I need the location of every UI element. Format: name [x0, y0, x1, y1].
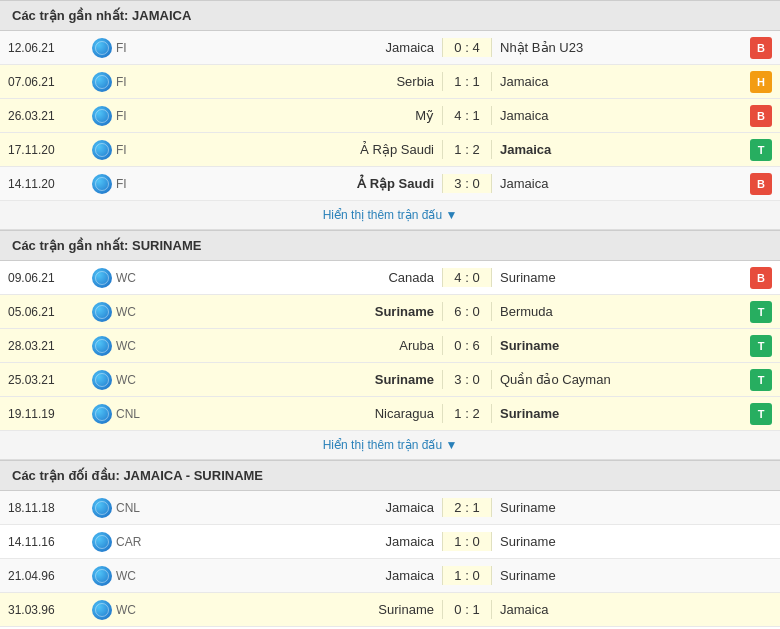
match-away-wrap: BermudaT [492, 301, 772, 323]
match-league: CNL [116, 501, 154, 515]
match-away-team: Suriname [492, 270, 744, 285]
result-badge: T [750, 403, 772, 425]
match-home-team: Ả Rập Saudi [154, 142, 442, 157]
globe-icon [88, 532, 116, 552]
match-row: 14.11.16CARJamaica1 : 0Suriname [0, 525, 780, 559]
match-row: 18.11.18CNLJamaica2 : 1Suriname [0, 491, 780, 525]
match-home-team: Suriname [154, 602, 442, 617]
result-badge: B [750, 173, 772, 195]
match-away-wrap: SurinameT [492, 335, 772, 357]
match-home-team: Aruba [154, 338, 442, 353]
match-date: 17.11.20 [8, 143, 88, 157]
match-row: 09.06.21WCCanada4 : 0SurinameB [0, 261, 780, 295]
match-away-team: Jamaica [492, 142, 744, 157]
match-row: 05.06.21WCSuriname6 : 0BermudaT [0, 295, 780, 329]
match-date: 07.06.21 [8, 75, 88, 89]
match-date: 09.06.21 [8, 271, 88, 285]
match-away-team: Jamaica [492, 108, 744, 123]
match-league: FI [116, 75, 154, 89]
match-away-wrap: Suriname [492, 568, 772, 583]
match-score: 4 : 0 [442, 268, 492, 287]
match-home-team: Suriname [154, 372, 442, 387]
globe-icon [88, 72, 116, 92]
match-away-wrap: Jamaica [492, 602, 772, 617]
show-more-button[interactable]: Hiển thị thêm trận đấu ▼ [0, 431, 780, 460]
match-away-team: Jamaica [492, 176, 744, 191]
match-score: 3 : 0 [442, 174, 492, 193]
match-home-team: Canada [154, 270, 442, 285]
match-home-team: Jamaica [154, 568, 442, 583]
match-date: 25.03.21 [8, 373, 88, 387]
globe-icon [88, 38, 116, 58]
match-row: 21.04.96WCJamaica1 : 0Suriname [0, 559, 780, 593]
globe-icon [88, 106, 116, 126]
match-away-team: Suriname [492, 500, 772, 515]
match-away-team: Suriname [492, 406, 744, 421]
match-league: WC [116, 305, 154, 319]
result-badge: B [750, 105, 772, 127]
match-away-wrap: JamaicaH [492, 71, 772, 93]
match-league: CAR [116, 535, 154, 549]
result-badge: T [750, 301, 772, 323]
globe-icon [88, 174, 116, 194]
match-score: 1 : 1 [442, 72, 492, 91]
globe-icon [88, 498, 116, 518]
match-away-wrap: SurinameT [492, 403, 772, 425]
globe-icon [88, 268, 116, 288]
match-score: 3 : 0 [442, 370, 492, 389]
match-row: 28.03.21WCAruba0 : 6SurinameT [0, 329, 780, 363]
match-score: 0 : 6 [442, 336, 492, 355]
match-date: 31.03.96 [8, 603, 88, 617]
globe-icon [88, 404, 116, 424]
match-home-team: Jamaica [154, 534, 442, 549]
match-date: 14.11.16 [8, 535, 88, 549]
match-date: 28.03.21 [8, 339, 88, 353]
match-date: 18.11.18 [8, 501, 88, 515]
match-away-wrap: JamaicaB [492, 173, 772, 195]
match-home-team: Ả Rập Saudi [154, 176, 442, 191]
match-away-wrap: JamaicaB [492, 105, 772, 127]
result-badge: B [750, 267, 772, 289]
globe-icon [88, 600, 116, 620]
match-score: 6 : 0 [442, 302, 492, 321]
match-away-team: Suriname [492, 534, 772, 549]
show-more-button[interactable]: Hiển thị thêm trận đấu ▼ [0, 201, 780, 230]
globe-icon [88, 336, 116, 356]
main-container: Các trận gần nhất: JAMAICA12.06.21FIJama… [0, 0, 780, 627]
globe-icon [88, 370, 116, 390]
match-league: FI [116, 109, 154, 123]
match-score: 0 : 4 [442, 38, 492, 57]
section-header-jamaica-recent: Các trận gần nhất: JAMAICA [0, 0, 780, 31]
match-away-wrap: Suriname [492, 500, 772, 515]
match-score: 1 : 2 [442, 140, 492, 159]
match-home-team: Serbia [154, 74, 442, 89]
result-badge: T [750, 139, 772, 161]
match-row: 17.11.20FIẢ Rập Saudi1 : 2JamaicaT [0, 133, 780, 167]
globe-icon [88, 140, 116, 160]
result-badge: B [750, 37, 772, 59]
result-badge: T [750, 335, 772, 357]
match-row: 12.06.21FIJamaica0 : 4Nhật Bản U23B [0, 31, 780, 65]
match-league: WC [116, 271, 154, 285]
match-away-team: Suriname [492, 568, 772, 583]
match-league: CNL [116, 407, 154, 421]
match-home-team: Jamaica [154, 40, 442, 55]
match-away-team: Jamaica [492, 602, 772, 617]
match-away-team: Suriname [492, 338, 744, 353]
match-row: 26.03.21FIMỹ4 : 1JamaicaB [0, 99, 780, 133]
match-home-team: Suriname [154, 304, 442, 319]
match-away-team: Bermuda [492, 304, 744, 319]
match-row: 07.06.21FISerbia1 : 1JamaicaH [0, 65, 780, 99]
match-row: 14.11.20FIẢ Rập Saudi3 : 0JamaicaB [0, 167, 780, 201]
match-score: 2 : 1 [442, 498, 492, 517]
match-away-wrap: JamaicaT [492, 139, 772, 161]
match-score: 0 : 1 [442, 600, 492, 619]
match-home-team: Nicaragua [154, 406, 442, 421]
match-row: 25.03.21WCSuriname3 : 0Quần đảo CaymanT [0, 363, 780, 397]
match-away-team: Quần đảo Cayman [492, 372, 744, 387]
globe-icon [88, 566, 116, 586]
match-score: 1 : 0 [442, 532, 492, 551]
match-away-team: Jamaica [492, 74, 744, 89]
match-score: 1 : 2 [442, 404, 492, 423]
match-league: FI [116, 143, 154, 157]
